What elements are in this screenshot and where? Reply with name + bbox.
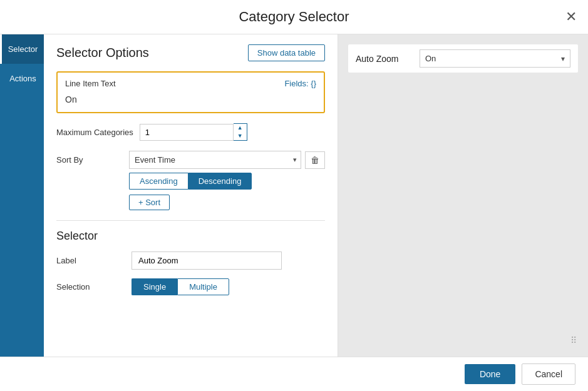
sort-select-chevron-icon: ▾ [289, 156, 301, 164]
resize-handle-icon: ⠿ [570, 335, 577, 345]
sidebar-item-selector[interactable]: Selector [0, 34, 44, 64]
descending-button[interactable]: Descending [188, 173, 252, 190]
right-panel-body: ⠿ [348, 73, 578, 347]
auto-zoom-label: Auto Zoom [356, 54, 412, 64]
max-categories-row: Maximum Categories ▲ ▼ [56, 123, 325, 141]
line-item-text-section: Line Item Text Fields: {} [56, 71, 325, 113]
sidebar-tab-label: Actions [9, 74, 36, 83]
auto-zoom-row: Auto Zoom On ▾ [348, 44, 578, 73]
spin-buttons: ▲ ▼ [234, 123, 247, 141]
ascending-button[interactable]: Ascending [129, 173, 188, 190]
sort-select-wrap: Event Time ▾ [129, 151, 301, 169]
sidebar-item-actions[interactable]: Actions [0, 64, 44, 93]
selection-toggle: Single Multiple [132, 278, 229, 295]
sort-delete-button[interactable]: 🗑 [305, 151, 325, 169]
sidebar-tab-label: Selector [8, 44, 38, 54]
sort-by-section: Sort By Event Time ▾ 🗑 Ascending [56, 151, 325, 210]
auto-zoom-select[interactable]: On [420, 50, 556, 67]
label-input[interactable] [132, 251, 282, 270]
sidebar: Selector Actions [0, 34, 44, 357]
modal-header: Category Selector ✕ [0, 0, 588, 34]
right-panel: Auto Zoom On ▾ ⠿ [338, 34, 588, 357]
selector-section-title: Selector [56, 230, 325, 243]
cancel-button[interactable]: Cancel [522, 363, 575, 385]
panel-title: Selector Options [56, 46, 149, 60]
line-item-text-label: Line Item Text [65, 79, 116, 88]
modal: Category Selector ✕ Selector Actions [0, 0, 588, 391]
spin-down-button[interactable]: ▼ [234, 132, 247, 140]
sort-by-select[interactable]: Event Time [130, 151, 289, 168]
modal-overlay: Category Selector ✕ Selector Actions [0, 0, 588, 391]
multiple-button[interactable]: Multiple [177, 278, 229, 295]
show-data-table-button[interactable]: Show data table [248, 44, 325, 61]
auto-zoom-chevron-icon: ▾ [556, 54, 570, 63]
add-sort-button[interactable]: + Sort [129, 195, 170, 210]
label-row: Label [56, 251, 325, 270]
panel-header: Selector Options Show data table [56, 44, 325, 61]
left-panel: Selector Options Show data table Line It… [44, 34, 338, 357]
selector-section: Selector Label Selection Single Multiple [56, 220, 325, 295]
sort-toggle: Ascending Descending [129, 173, 325, 190]
sort-by-row: Sort By Event Time ▾ 🗑 [56, 151, 325, 169]
spin-up-button[interactable]: ▲ [234, 124, 247, 132]
main-content: Selector Options Show data table Line It… [44, 34, 588, 357]
line-item-fields: Fields: {} [284, 79, 316, 88]
auto-zoom-select-wrap: On ▾ [420, 49, 570, 68]
selection-field-label: Selection [56, 282, 125, 292]
line-item-header: Line Item Text Fields: {} [65, 79, 316, 88]
sort-by-label: Sort By [56, 155, 125, 165]
single-button[interactable]: Single [132, 278, 177, 295]
modal-footer: Done Cancel [0, 357, 588, 391]
label-field-label: Label [56, 256, 125, 265]
line-item-text-input[interactable] [65, 93, 316, 106]
done-button[interactable]: Done [465, 364, 515, 384]
modal-body: Selector Actions Selector Options Show d… [0, 34, 588, 357]
max-categories-input-wrap: ▲ ▼ [140, 123, 247, 141]
max-categories-label: Maximum Categories [56, 128, 133, 137]
modal-title: Category Selector [239, 9, 349, 25]
close-button[interactable]: ✕ [565, 10, 577, 24]
selection-row: Selection Single Multiple [56, 278, 325, 295]
max-categories-input[interactable] [140, 124, 234, 141]
